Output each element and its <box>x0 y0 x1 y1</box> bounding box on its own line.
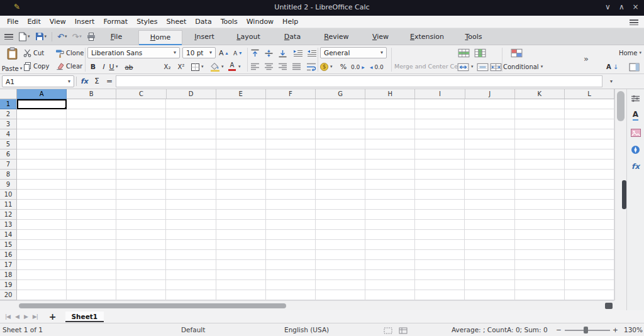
column-header-c[interactable]: C <box>116 89 166 99</box>
cell-g12[interactable] <box>316 210 365 220</box>
cell-d15[interactable] <box>166 240 216 250</box>
cell-f20[interactable] <box>266 290 316 300</box>
cell-k4[interactable] <box>515 129 565 139</box>
row-header-1[interactable]: 1 <box>0 99 17 109</box>
cell-a8[interactable] <box>17 170 67 180</box>
redo-button[interactable]: ↷ ▾ <box>70 31 83 43</box>
column-header-f[interactable]: F <box>266 89 316 99</box>
currency-format-button[interactable]: $ ▾ <box>320 61 333 73</box>
cell-j7[interactable] <box>465 160 514 170</box>
cell-i19[interactable] <box>415 280 465 290</box>
cell-k10[interactable] <box>515 190 565 200</box>
cell-h8[interactable] <box>365 170 415 180</box>
cell-i12[interactable] <box>415 210 465 220</box>
cell-l8[interactable] <box>565 170 614 180</box>
cell-l1[interactable] <box>565 99 614 109</box>
underline-button[interactable]: U <box>108 61 116 73</box>
font-size-combobox[interactable]: 10 pt▾ <box>182 47 216 58</box>
cell-e19[interactable] <box>216 280 266 290</box>
cell-e13[interactable] <box>216 220 266 230</box>
cell-g9[interactable] <box>316 180 365 190</box>
cell-h3[interactable] <box>365 119 415 129</box>
cell-l6[interactable] <box>565 149 614 160</box>
cell-d7[interactable] <box>166 160 216 170</box>
cell-l10[interactable] <box>565 190 614 200</box>
paste-button[interactable]: Paste▾ <box>1 46 23 73</box>
toolbar-overflow-button[interactable]: » <box>584 54 589 63</box>
grow-font-button[interactable]: A▴ <box>219 47 228 59</box>
cell-a7[interactable] <box>17 160 67 170</box>
row-header-9[interactable]: 9 <box>0 180 17 190</box>
cell-h1[interactable] <box>365 99 415 109</box>
background-color-button[interactable] <box>210 61 220 73</box>
cell-i5[interactable] <box>415 139 465 149</box>
cell-e12[interactable] <box>216 210 266 220</box>
cell-k3[interactable] <box>515 119 565 129</box>
cell-d4[interactable] <box>166 129 216 139</box>
cell-h17[interactable] <box>365 260 415 270</box>
align-right-button[interactable] <box>278 61 287 73</box>
subscript-button[interactable]: X₂ <box>161 61 174 73</box>
add-sheet-button[interactable]: + <box>44 312 62 322</box>
cell-b13[interactable] <box>67 220 116 230</box>
tab-tools[interactable]: Tools <box>452 30 496 45</box>
cell-k2[interactable] <box>515 109 565 119</box>
column-header-i[interactable]: I <box>415 89 465 99</box>
cell-b4[interactable] <box>67 129 116 139</box>
cell-j17[interactable] <box>465 260 514 270</box>
cell-c6[interactable] <box>116 149 166 160</box>
cell-i4[interactable] <box>415 129 465 139</box>
cell-d14[interactable] <box>166 230 216 240</box>
cell-a2[interactable] <box>17 109 67 119</box>
tab-insert[interactable]: Insert <box>182 30 226 45</box>
name-box[interactable]: A1▾ <box>2 75 74 87</box>
row-header-5[interactable]: 5 <box>0 139 17 149</box>
save-button[interactable]: ▾ <box>33 31 49 42</box>
cell-j8[interactable] <box>465 170 514 180</box>
row-header-4[interactable]: 4 <box>0 129 17 139</box>
row-header-17[interactable]: 17 <box>0 260 17 270</box>
cell-l2[interactable] <box>565 109 614 119</box>
conditional-dropdown-button[interactable]: Conditional▾ <box>503 61 543 73</box>
cell-l20[interactable] <box>565 290 614 300</box>
cell-f1[interactable] <box>266 99 316 109</box>
cell-k1[interactable] <box>515 99 565 109</box>
cell-f6[interactable] <box>266 149 316 160</box>
cell-k14[interactable] <box>515 230 565 240</box>
align-left-button[interactable] <box>250 61 260 73</box>
center-vertically-button[interactable] <box>264 47 274 59</box>
align-bottom-button[interactable] <box>278 47 287 59</box>
cell-j6[interactable] <box>465 149 514 160</box>
cell-a15[interactable] <box>17 240 67 250</box>
tab-layout[interactable]: Layout <box>226 30 270 45</box>
cell-l11[interactable] <box>565 200 614 210</box>
cell-f9[interactable] <box>266 180 316 190</box>
cell-i3[interactable] <box>415 119 465 129</box>
cell-h7[interactable] <box>365 160 415 170</box>
row-header-2[interactable]: 2 <box>0 109 17 119</box>
delete-decimal-button[interactable]: ◂0.0 <box>370 61 384 73</box>
row-header-11[interactable]: 11 <box>0 200 17 210</box>
cell-h15[interactable] <box>365 240 415 250</box>
sort-ascending-button[interactable]: A↓ <box>606 61 618 73</box>
cell-h14[interactable] <box>365 230 415 240</box>
cell-j3[interactable] <box>465 119 514 129</box>
bold-button[interactable]: B <box>89 61 97 73</box>
cell-j12[interactable] <box>465 210 514 220</box>
superscript-button[interactable]: X² <box>175 61 187 73</box>
cell-i9[interactable] <box>415 180 465 190</box>
cell-d3[interactable] <box>166 119 216 129</box>
cell-g16[interactable] <box>316 250 365 260</box>
row-header-18[interactable]: 18 <box>0 270 17 280</box>
cell-l12[interactable] <box>565 210 614 220</box>
cell-c9[interactable] <box>116 180 166 190</box>
sidebar-tab-properties[interactable] <box>630 94 641 104</box>
cell-c10[interactable] <box>116 190 166 200</box>
cell-g4[interactable] <box>316 129 365 139</box>
cell-h20[interactable] <box>365 290 415 300</box>
merge-center-cells-button[interactable]: ▾ <box>457 61 474 73</box>
cell-b5[interactable] <box>67 139 116 149</box>
row-header-7[interactable]: 7 <box>0 160 17 170</box>
sidebar-tab-styles[interactable]: A <box>630 111 641 121</box>
cell-a19[interactable] <box>17 280 67 290</box>
